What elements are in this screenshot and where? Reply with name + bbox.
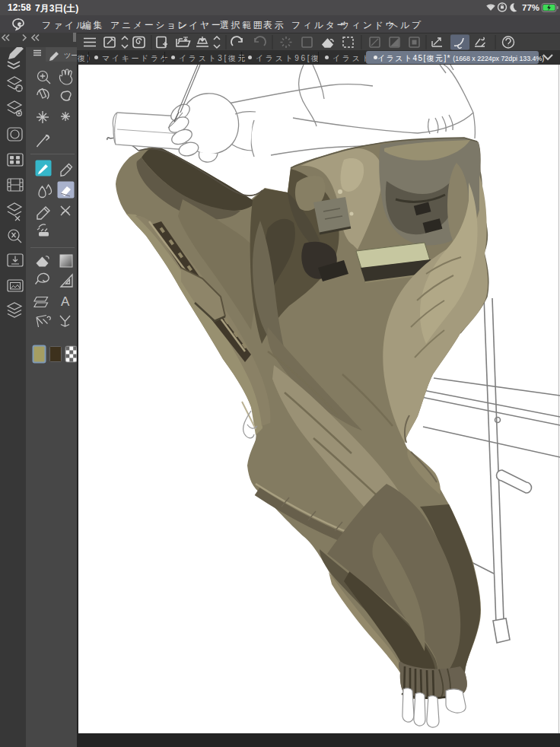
svg-text:77%: 77% <box>522 3 539 12</box>
svg-text:ツー: ツー <box>64 52 77 59</box>
svg-text:A: A <box>61 294 70 309</box>
